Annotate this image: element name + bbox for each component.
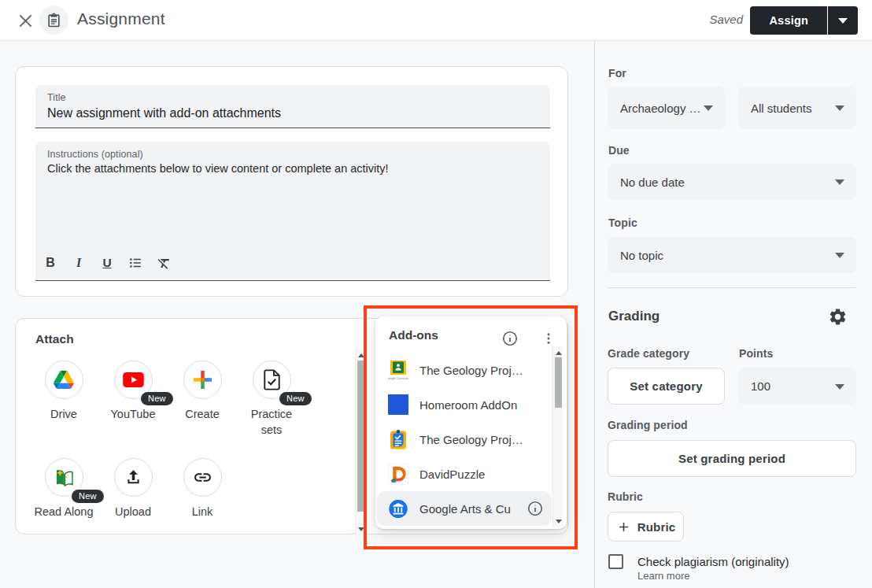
attach-option-label: Read Along [34,504,94,520]
scroll-down-icon[interactable] [553,516,563,526]
google-arts-culture-icon [388,498,408,519]
caret-down-icon [838,18,848,24]
title-field-label: Title [47,92,538,103]
close-button[interactable] [9,5,41,36]
for-label: For [608,67,626,80]
course-select[interactable]: Archaeology … [608,87,725,129]
attach-option-youtube[interactable]: New YouTube [94,361,172,422]
addon-info-button[interactable] [527,500,544,517]
addon-item-davidpuzzle[interactable]: DavidPuzzle [377,457,552,491]
bulleted-list-button[interactable] [121,250,150,276]
gear-icon [828,307,848,327]
attach-option-practice-sets[interactable]: New Practice sets [233,361,310,438]
attach-option-upload[interactable]: Upload [94,458,172,520]
homeroom-addon-icon [388,394,408,415]
create-button[interactable] [183,361,222,399]
sidebar-divider [594,41,595,588]
attach-scrollbar[interactable] [355,349,365,535]
scroll-down-icon[interactable] [356,524,366,534]
attach-option-drive[interactable]: Drive [25,361,102,422]
add-rubric-button[interactable]: Rubric [608,512,684,542]
italic-button[interactable]: I [65,250,93,276]
attach-option-read-along[interactable]: New Read Along [25,458,102,520]
addons-info-button[interactable] [501,330,519,347]
assignment-details-card: Title New assignment with add-on attachm… [15,66,568,297]
rubric-label: Rubric [608,490,643,503]
grading-period-label: Grading period [608,419,688,431]
set-grading-period-button[interactable]: Set grading period [608,440,856,477]
points-select[interactable]: 100 [738,368,856,405]
grading-heading: Grading [608,309,660,324]
topic-label: Topic [608,216,637,229]
link-icon [193,468,212,487]
attach-option-label: YouTube [103,406,163,422]
grading-settings-button[interactable] [827,307,848,327]
davidpuzzle-icon [388,464,408,484]
svg-text:Google Classroom: Google Classroom [388,377,408,380]
caret-down-icon [835,384,844,390]
clear-formatting-icon [157,256,172,271]
assign-split-button: Assign [750,6,858,35]
caret-down-icon [835,105,844,111]
upload-button[interactable] [114,458,153,497]
addon-item-geology-project-1[interactable]: Google Classroom The Geology Proj… [377,353,552,387]
addons-scrollbar-thumb[interactable] [555,357,562,408]
course-select-value: Archaeology … [620,102,702,115]
instructions-field[interactable]: Instructions (optional) Click the attach… [35,142,550,281]
scroll-up-icon[interactable] [356,350,366,360]
assign-dropdown-button[interactable] [827,6,858,35]
addons-more-button[interactable] [539,329,558,348]
create-plus-icon [192,369,213,390]
addons-popup: Add-ons Google Classroom The Geology Pro… [375,316,567,529]
assign-button[interactable]: Assign [750,6,827,35]
students-select-value: All students [751,102,812,115]
topic-select-value: No topic [620,249,663,262]
due-date-value: No due date [620,176,685,189]
page-title: Assignment [77,9,165,28]
addon-item-label: DavidPuzzle [419,468,527,481]
top-bar: Assignment Saved Assign [0,0,872,41]
assignment-editor: Assignment Saved Assign Title New assign… [0,0,872,588]
set-category-button[interactable]: Set category [608,368,725,405]
attach-option-create[interactable]: Create [164,361,241,422]
due-date-select[interactable]: No due date [608,164,856,200]
attach-option-label: Drive [34,406,94,422]
instructions-field-value[interactable]: Click the attachments below to view cont… [47,162,538,175]
attach-option-link[interactable]: Link [164,458,241,520]
read-along-icon [54,468,75,488]
more-vert-icon [541,331,556,346]
topic-select[interactable]: No topic [608,237,856,273]
points-value: 100 [751,379,770,393]
practice-sets-icon [263,369,281,390]
bulleted-list-icon [128,256,142,270]
addon-item-homeroom[interactable]: Homeroom AddOn [377,387,552,422]
title-field[interactable]: Title New assignment with add-on attachm… [35,85,550,128]
attach-heading: Attach [35,332,74,346]
addons-scrollbar[interactable] [552,346,563,527]
grade-category-label: Grade category [608,347,689,360]
clear-formatting-button[interactable] [150,250,178,276]
addons-heading: Add-ons [389,328,438,342]
learn-more-link[interactable]: Learn more [637,570,689,582]
youtube-icon [123,372,144,387]
plagiarism-checkbox[interactable] [608,554,623,569]
title-field-value[interactable]: New assignment with add-on attachments [47,106,538,120]
plus-icon [616,520,631,534]
addon-item-google-arts-culture[interactable]: Google Arts & Cu [377,491,552,526]
attach-scrollbar-thumb[interactable] [357,361,364,512]
richtext-toolbar: B I U [36,250,178,276]
drive-button[interactable] [45,361,83,399]
instructions-field-label: Instructions (optional) [47,149,538,160]
attach-option-label: Link [172,504,232,520]
geology-project-icon: Google Classroom [388,360,408,380]
addon-item-geology-project-2[interactable]: The Geology Proj… [377,422,552,457]
addon-item-label: The Geology Proj… [419,364,527,377]
link-button[interactable] [183,458,222,497]
bold-button[interactable]: B [36,250,65,276]
students-select[interactable]: All students [738,87,856,129]
addon-item-label: Google Arts & Cu [419,502,525,516]
underline-button[interactable]: U [93,250,121,276]
scroll-up-icon[interactable] [553,348,563,357]
add-rubric-label: Rubric [637,520,676,534]
assignment-type-badge [39,6,68,35]
